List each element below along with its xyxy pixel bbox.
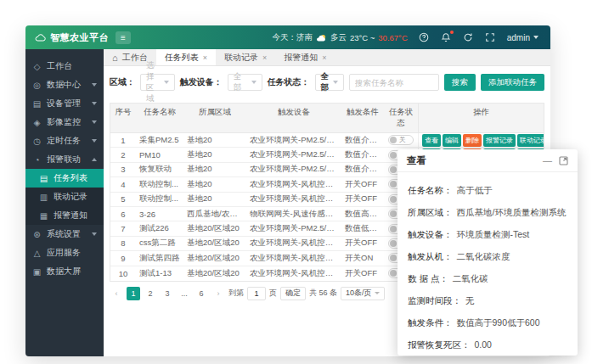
jump-page-input[interactable] (247, 287, 266, 300)
weather-info: 今天：济南 多云 23°C ~ 30.67°C (272, 32, 407, 43)
add-linkage-task-button[interactable]: 添加联动任务 (481, 74, 544, 91)
cell-device: 农业环境网关-PM2.5/10-PM10- (246, 149, 341, 160)
sidebar-item-settings[interactable]: ⊛系统设置 (25, 225, 104, 244)
chevron-up-icon (92, 158, 97, 161)
toggle-knob (390, 226, 397, 232)
chevron-down-icon (92, 83, 97, 87)
edit-button[interactable]: 编辑 (443, 134, 461, 147)
region-label: 区域： (110, 76, 135, 88)
close-icon[interactable]: × (262, 53, 267, 62)
status-label: 任务状态： (268, 76, 310, 88)
prev-page-icon[interactable]: ‹ (110, 287, 123, 300)
page-6[interactable]: 6 (195, 287, 208, 300)
page-3[interactable]: 3 (161, 287, 174, 300)
tab-task-list[interactable]: 任务列表× (156, 49, 216, 65)
confirm-page-button[interactable]: 确定 (280, 287, 306, 300)
region-select[interactable]: 选择区域 (140, 74, 175, 91)
minimize-icon[interactable]: — (543, 156, 552, 165)
next-page-icon[interactable]: › (211, 287, 225, 300)
cell-task-name: PM10 (136, 150, 183, 160)
cell-index: 10 (110, 269, 136, 278)
chevron-down-icon (164, 81, 169, 84)
chevron-down-icon (251, 81, 257, 84)
alarm-record-button[interactable]: 报警记录 (483, 134, 516, 147)
sidebar-item-device-mgmt[interactable]: ▤设备管理 (25, 94, 104, 113)
notifications-bell-icon[interactable] (441, 32, 452, 43)
cell-device: 农业环境网关-风机控制-第二路 (246, 238, 341, 249)
tab-linkage-records[interactable]: 联动记录× (216, 49, 275, 65)
cell-task-name: 测试1-13 (136, 268, 183, 279)
field-value: 二氧化碳浓度 (457, 245, 510, 267)
detail-field: 触发从机： 二氧化碳浓度 (408, 245, 567, 267)
sidebar-item-alarm-notice[interactable]: ▦报警通知 (25, 206, 104, 225)
view-button[interactable]: 查看 (422, 134, 441, 147)
page-ellipsis: ... (178, 287, 191, 300)
help-icon[interactable] (419, 32, 430, 43)
camera-icon: ◈ (32, 118, 42, 127)
record-icon: ▥ (39, 193, 48, 202)
modal-title: 查看 (407, 154, 426, 167)
cell-device: 农业环境网关-PM2.5/10-PM2.5 (246, 135, 341, 146)
refresh-icon[interactable] (463, 32, 474, 43)
sidebar-item-video-monitor[interactable]: ◈影像监控 (25, 113, 104, 132)
cell-condition: 开关ON (341, 253, 384, 264)
chevron-down-icon (92, 139, 97, 143)
page-2[interactable]: 2 (144, 287, 157, 300)
cell-task-name: css第二路 (136, 238, 183, 249)
app-title: 智慧农业平台 (50, 31, 109, 44)
jump-label: 到第 (228, 288, 244, 299)
sidebar-item-workbench[interactable]: ◇工作台 (25, 57, 104, 76)
cell-region: 基地20 (183, 164, 246, 175)
sidebar-item-scheduled-tasks[interactable]: ◷定时任务 (25, 132, 104, 150)
cell-device: 农业环境网关-风机控制-第二路 (246, 179, 341, 190)
cell-condition: 数值高于... (341, 209, 384, 220)
search-input[interactable] (349, 74, 439, 91)
close-icon[interactable]: × (203, 53, 207, 62)
tab-alarm-notice[interactable]: 报警通知× (275, 49, 335, 65)
field-label: 触发条件： (408, 311, 453, 333)
cell-index: 9 (110, 254, 136, 263)
cell-region: 基地20 (183, 149, 246, 160)
field-label: 监测时间段： (408, 289, 461, 311)
per-page-select[interactable]: 10条/页 (341, 287, 385, 300)
table-header: 序号 任务名称 所属区域 触发设备 触发条件 任务状态 操作 (110, 104, 544, 133)
maximize-icon[interactable] (559, 156, 568, 165)
cell-region: 基地20/区域20 (183, 223, 246, 234)
alarm-icon: ◔ (32, 155, 42, 165)
logo[interactable]: 智慧农业平台 (25, 31, 104, 44)
clock-icon: ◷ (32, 137, 42, 146)
menu-toggle-icon[interactable]: ≡ (116, 31, 131, 44)
sidebar-item-data-center[interactable]: ◎数据中心 (25, 76, 104, 94)
user-menu[interactable]: admin (507, 33, 538, 42)
status-select[interactable]: 全部 (315, 74, 345, 91)
linkage-record-button[interactable]: 联动记录 (517, 134, 544, 147)
cell-condition: 开关OFF (341, 238, 384, 249)
weather-condition: 多云 (330, 32, 347, 43)
sidebar-item-big-screen[interactable]: ▣数据大屏 (25, 262, 104, 281)
fullscreen-icon[interactable] (485, 32, 496, 43)
sidebar-item-alarm-linkage[interactable]: ◔报警联动 (25, 150, 104, 169)
field-value: 西瓜基地/环境质量检测系统 (457, 201, 567, 223)
cell-index: 6 (110, 210, 136, 219)
device-select[interactable]: 全部 (228, 74, 262, 91)
toggle-knob (390, 210, 397, 217)
modal-header: 查看 — (397, 149, 578, 172)
cell-device: 农业环境网关-风机控制-第四路 (246, 253, 341, 264)
sidebar-item-linkage-records[interactable]: ▥联动记录 (25, 188, 104, 206)
toggle-knob (390, 270, 397, 277)
cell-region: 基地20 (183, 193, 246, 204)
delete-button[interactable]: 删除 (463, 134, 482, 147)
sidebar-item-app-service[interactable]: △应用服务 (25, 244, 104, 262)
page-1[interactable]: 1 (127, 287, 140, 300)
cell-index: 3 (110, 165, 136, 174)
search-button[interactable]: 搜索 (444, 74, 476, 91)
chevron-down-icon (375, 292, 380, 294)
sidebar: ◇工作台 ◎数据中心 ▤设备管理 ◈影像监控 ◷定时任务 ◔报警联动 ▤任务列表… (25, 49, 104, 356)
page-word: 页 (269, 288, 277, 299)
notification-badge (450, 31, 454, 34)
close-icon[interactable]: × (322, 53, 326, 62)
sidebar-item-task-list[interactable]: ▤任务列表 (25, 169, 104, 188)
detail-field: 数 据 点： 二氧化碳 (408, 267, 567, 289)
status-toggle[interactable]: 关 (388, 135, 414, 145)
toggle-knob (390, 137, 397, 143)
